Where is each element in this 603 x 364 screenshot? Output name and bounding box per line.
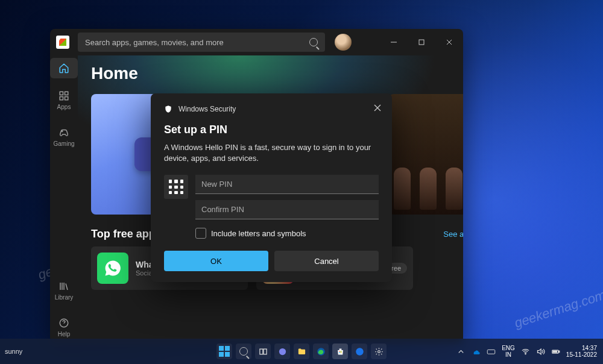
apps-icon: [58, 90, 69, 101]
hero-tile-show[interactable]: [389, 94, 463, 215]
svg-point-23: [377, 350, 380, 353]
svg-rect-5: [65, 92, 68, 95]
taskbar-edge[interactable]: [313, 344, 329, 359]
chevron-up-icon[interactable]: [456, 347, 466, 356]
library-icon: [58, 281, 69, 292]
whatsapp-icon: [97, 253, 128, 284]
cancel-button[interactable]: Cancel: [274, 251, 379, 271]
home-icon: [58, 63, 69, 74]
sidebar-item-home[interactable]: [50, 58, 78, 78]
taskbar-explorer[interactable]: [294, 344, 309, 359]
sidebar-item-apps[interactable]: Apps: [50, 86, 78, 115]
titlebar[interactable]: [50, 29, 463, 55]
svg-point-22: [356, 348, 364, 356]
keyboard-icon[interactable]: [487, 347, 496, 356]
gear-icon: [374, 347, 384, 356]
store-logo-icon: [56, 36, 69, 49]
show-person: [420, 168, 437, 210]
taskbar-center: [216, 344, 387, 359]
svg-point-27: [525, 353, 526, 354]
battery-icon[interactable]: [551, 347, 560, 356]
language-indicator[interactable]: ENG IN: [502, 345, 515, 358]
svg-rect-15: [264, 349, 267, 354]
user-avatar[interactable]: [335, 34, 352, 51]
taskbar-edge-2[interactable]: [352, 344, 367, 359]
see-all-link[interactable]: See all: [443, 230, 463, 239]
wifi-icon[interactable]: [521, 347, 530, 356]
maximize-button[interactable]: [408, 29, 435, 55]
include-letters-checkbox[interactable]: [195, 228, 206, 239]
store-icon: [336, 347, 345, 356]
close-button[interactable]: [435, 29, 463, 55]
svg-rect-6: [60, 97, 63, 100]
new-pin-input[interactable]: [195, 175, 379, 194]
svg-rect-7: [65, 97, 68, 100]
svg-rect-14: [259, 349, 262, 354]
ok-button[interactable]: OK: [164, 251, 268, 271]
svg-rect-20: [339, 352, 340, 353]
dialog-title: Set up a PIN: [164, 124, 379, 136]
svg-point-16: [279, 348, 285, 354]
sidebar-item-label: Apps: [57, 104, 71, 110]
edge-icon: [355, 347, 364, 356]
chat-icon: [278, 347, 287, 356]
svg-rect-30: [553, 351, 557, 353]
svg-rect-29: [558, 351, 559, 353]
search-input[interactable]: [85, 38, 309, 47]
taskbar-search[interactable]: [236, 344, 251, 359]
volume-icon[interactable]: [536, 347, 545, 356]
sidebar-item-label: Library: [55, 294, 74, 301]
onedrive-tray-icon[interactable]: [472, 347, 481, 356]
edge-icon: [317, 347, 326, 356]
taskbar-chat[interactable]: [274, 344, 290, 359]
task-view-icon: [259, 347, 268, 356]
task-view[interactable]: [255, 344, 271, 359]
sidebar-item-gaming[interactable]: Gaming: [50, 122, 78, 152]
svg-rect-21: [340, 352, 341, 353]
folder-icon: [297, 347, 306, 356]
include-letters-label: Include letters and symbols: [211, 229, 306, 238]
search-icon: [239, 347, 248, 356]
dialog-close-button[interactable]: [369, 99, 386, 116]
taskbar[interactable]: sunny ENG IN 14:37 15-11-2022: [0, 339, 603, 364]
help-icon: [58, 318, 69, 328]
search-icon[interactable]: [309, 38, 318, 46]
close-icon: [374, 104, 381, 111]
search-bar[interactable]: [78, 33, 325, 52]
svg-rect-4: [60, 92, 63, 95]
sidebar-item-label: Help: [58, 331, 71, 337]
svg-rect-18: [339, 351, 340, 352]
taskbar-clock[interactable]: 14:37 15-11-2022: [566, 345, 597, 358]
sidebar-item-label: Gaming: [53, 140, 74, 147]
svg-rect-19: [340, 351, 341, 352]
show-person: [446, 168, 463, 210]
sidebar-item-library[interactable]: Library: [50, 276, 78, 306]
start-button[interactable]: [216, 344, 232, 359]
confirm-pin-input[interactable]: [195, 200, 379, 219]
taskbar-store[interactable]: [332, 344, 348, 359]
show-person: [394, 168, 411, 210]
sidebar-item-help[interactable]: Help: [50, 313, 78, 342]
windows-logo-icon: [219, 346, 230, 357]
windows-security-dialog: Windows Security Set up a PIN A Windows …: [151, 93, 392, 282]
gaming-icon: [58, 127, 69, 138]
page-title: Home: [91, 64, 463, 83]
minimize-button[interactable]: [380, 29, 408, 55]
shield-icon: [164, 104, 172, 114]
dialog-source: Windows Security: [178, 105, 236, 113]
taskbar-settings[interactable]: [371, 344, 387, 359]
taskbar-weather[interactable]: sunny: [0, 348, 22, 355]
keypad-icon: [164, 175, 188, 199]
svg-rect-1: [419, 40, 424, 45]
svg-rect-24: [487, 350, 495, 354]
dialog-body: A Windows Hello PIN is a fast, secure wa…: [164, 142, 379, 164]
sidebar: Apps Gaming Library Help: [50, 55, 78, 342]
